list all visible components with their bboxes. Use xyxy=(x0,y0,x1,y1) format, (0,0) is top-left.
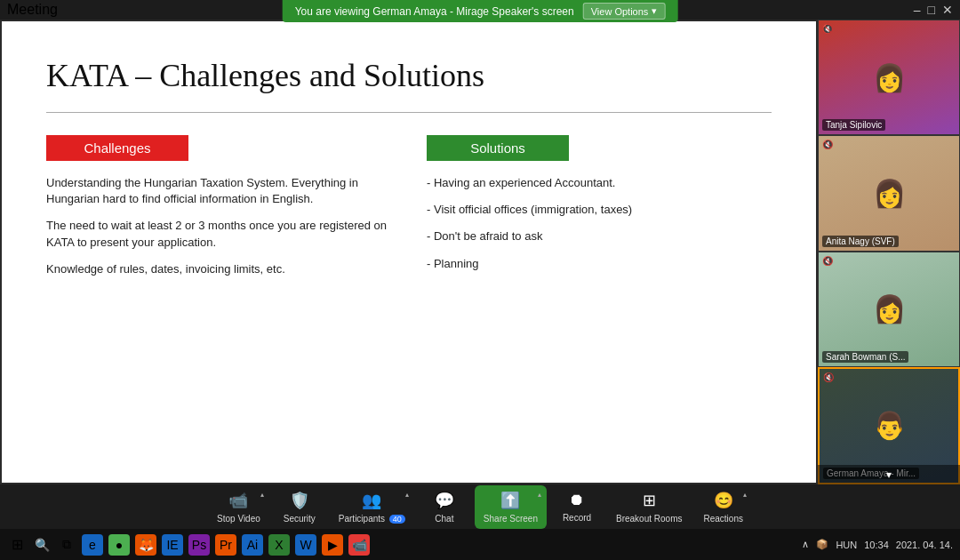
challenges-column: Challenges Understanding the Hungarian T… xyxy=(46,135,391,288)
participant-video-2: 👩 xyxy=(819,136,959,250)
breakout-rooms-icon: ⊞ xyxy=(643,491,656,510)
reactions-label: Reactions xyxy=(703,514,742,524)
ie-icon[interactable]: IE xyxy=(162,534,183,556)
security-label: Security xyxy=(284,514,316,524)
challenge-item-3: Knowledge of rules, dates, invoicing lim… xyxy=(46,261,391,277)
view-options-button[interactable]: View Options ▾ xyxy=(583,3,666,20)
participants-caret[interactable]: ▴ xyxy=(405,491,409,499)
firefox-icon[interactable]: 🦊 xyxy=(135,534,156,556)
slide-title: KATA – Challenges and Solutions xyxy=(46,57,772,94)
participant-tile-2[interactable]: 👩 🔇 Anita Nagy (SVF) xyxy=(818,135,960,251)
main-area: KATA – Challenges and Solutions Challeng… xyxy=(0,20,960,484)
participant-video-3: 👩 xyxy=(819,252,959,366)
chat-icon: 💬 xyxy=(435,491,454,510)
clock: 10:34 xyxy=(864,540,889,550)
chrome-icon[interactable]: ● xyxy=(108,534,130,556)
camera-button[interactable]: ▴ 📹 Stop Video xyxy=(208,485,269,529)
taskbar-right: ∧ 📦 HUN 10:34 2021. 04. 14. xyxy=(802,539,953,550)
slide-area: KATA – Challenges and Solutions Challeng… xyxy=(0,20,818,484)
solution-item-1: Having an experienced Accountant. xyxy=(427,175,772,191)
slide-content: KATA – Challenges and Solutions Challeng… xyxy=(2,21,816,483)
participant-video-1: 👩 xyxy=(819,20,959,134)
solutions-column: Solutions Having an experienced Accounta… xyxy=(427,135,772,288)
excel-icon[interactable]: X xyxy=(268,534,290,556)
reactions-caret[interactable]: ▴ xyxy=(743,491,747,499)
challenge-item-2: The need to wait at least 2 or 3 months … xyxy=(46,218,391,250)
mute-icon-4: 🔇 xyxy=(823,372,834,382)
speaker-banner: You are viewing German Amaya - Mirage Sp… xyxy=(283,0,678,22)
ps-icon[interactable]: Ps xyxy=(188,534,210,556)
participants-icon: 👥 xyxy=(362,491,381,510)
challenges-list: Understanding the Hungarian Taxation Sys… xyxy=(46,175,391,277)
system-tray: ∧ xyxy=(802,539,809,550)
taskbar: ⊞ 🔍 ⧉ e ● 🦊 IE Ps Pr Ai X W ▶ 📹 ∧ 📦 HUN … xyxy=(0,529,960,560)
solution-item-3: Don't be afraid to ask xyxy=(427,228,772,244)
edge-icon[interactable]: e xyxy=(82,534,103,556)
search-button[interactable]: 🔍 xyxy=(32,535,52,555)
breakout-rooms-button[interactable]: ⊞ Breakout Rooms xyxy=(607,485,691,529)
camera-icon: 📹 xyxy=(228,491,248,510)
banner-text: You are viewing German Amaya - Mirage Sp… xyxy=(295,5,574,18)
mute-icon-1: 🔇 xyxy=(822,24,833,34)
reactions-button[interactable]: ▴ 😊 Reactions xyxy=(694,485,751,529)
toolbar-buttons: ▴ 📹 Stop Video 🛡️ Security ▴ 👥 Participa… xyxy=(0,484,960,529)
solutions-list: Having an experienced Accountant. Visit … xyxy=(427,175,772,272)
participants-count-badge: 40 xyxy=(389,515,405,524)
participants-label: Participants 40 xyxy=(339,514,405,524)
record-label: Record xyxy=(563,513,591,523)
stop-video-label: Stop Video xyxy=(217,514,260,524)
share-screen-label: Share Screen xyxy=(484,514,538,524)
breakout-rooms-label: Breakout Rooms xyxy=(616,514,682,524)
zoom-icon[interactable]: 📹 xyxy=(348,534,370,556)
mute-icon-3: 🔇 xyxy=(822,256,833,266)
participant-name-3: Sarah Bowman (S... xyxy=(822,351,908,363)
ai-icon[interactable]: Ai xyxy=(242,534,263,556)
scroll-down-button[interactable]: ▾ xyxy=(818,465,960,484)
security-icon: 🛡️ xyxy=(290,491,309,510)
close-button[interactable]: ✕ xyxy=(942,3,953,17)
dropbox-icon: 📦 xyxy=(816,539,828,550)
participant-tile-3[interactable]: 👩 🔇 Sarah Bowman (S... xyxy=(818,252,960,367)
share-screen-button[interactable]: ▴ ⬆️ Share Screen xyxy=(475,485,547,529)
windows-start-button[interactable]: ⊞ xyxy=(7,535,27,555)
chat-button[interactable]: 💬 Chat xyxy=(418,485,471,529)
titlebar-controls: – □ ✕ xyxy=(914,3,953,17)
solutions-header: Solutions xyxy=(427,135,569,161)
maximize-button[interactable]: □ xyxy=(928,3,935,17)
lang-indicator: HUN xyxy=(836,540,857,550)
share-screen-icon: ⬆️ xyxy=(500,491,520,510)
chat-label: Chat xyxy=(435,514,453,524)
participant-tile-1[interactable]: 👩 🔇 Tanja Sipilovic xyxy=(818,20,960,135)
challenges-header: Challenges xyxy=(46,135,188,161)
participant-name-1: Tanja Sipilovic xyxy=(822,119,885,131)
record-button[interactable]: ⏺ Record xyxy=(550,485,604,528)
challenge-item-1: Understanding the Hungarian Taxation Sys… xyxy=(46,175,391,207)
solution-item-2: Visit official offices (immigration, tax… xyxy=(427,202,772,218)
slide-divider xyxy=(46,112,772,113)
titlebar-title: Meeting xyxy=(7,2,58,18)
participants-sidebar: 👩 🔇 Tanja Sipilovic 👩 🔇 Anita Nagy (SVF)… xyxy=(818,20,960,484)
toolbar: ▴ 📹 Stop Video 🛡️ Security ▴ 👥 Participa… xyxy=(0,484,960,560)
record-icon: ⏺ xyxy=(569,491,585,509)
minimize-button[interactable]: – xyxy=(914,3,921,17)
participant-name-2: Anita Nagy (SVF) xyxy=(822,236,899,247)
date: 2021. 04. 14. xyxy=(896,540,953,550)
security-button[interactable]: 🛡️ Security xyxy=(273,485,326,529)
camera-caret[interactable]: ▴ xyxy=(260,491,264,499)
participants-button[interactable]: ▴ 👥 Participants 40 xyxy=(330,485,414,529)
reactions-icon: 😊 xyxy=(714,491,733,510)
word-icon[interactable]: W xyxy=(295,534,316,556)
slide-columns: Challenges Understanding the Hungarian T… xyxy=(46,135,772,288)
mute-icon-2: 🔇 xyxy=(822,140,833,149)
pr-icon[interactable]: Pr xyxy=(215,534,236,556)
task-view-button[interactable]: ⧉ xyxy=(57,535,76,555)
solution-item-4: Planning xyxy=(427,256,772,272)
vlc-icon[interactable]: ▶ xyxy=(322,534,343,556)
share-screen-caret[interactable]: ▴ xyxy=(538,491,541,499)
